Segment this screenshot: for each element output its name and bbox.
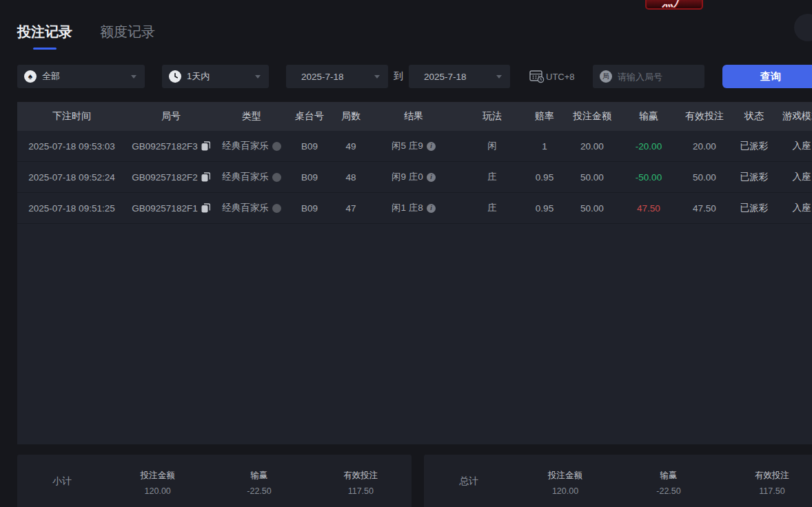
col-valid-bet: 有效投注 bbox=[675, 110, 734, 123]
col-game-mode: 游戏模式 bbox=[774, 110, 812, 123]
valid-bet: 20.00 bbox=[675, 141, 734, 152]
table-header-row: 下注时间 局号 类型 桌台号 局数 结果 玩法 赔率 投注金额 输赢 有效投注 … bbox=[17, 102, 812, 131]
col-bet-time: 下注时间 bbox=[17, 110, 126, 123]
subtotal-valid-bet: 有效投注 117.50 bbox=[310, 455, 412, 496]
game-mode: 入座 bbox=[774, 140, 812, 152]
timezone-label: UTC+8 bbox=[546, 72, 575, 82]
bet-amount: 50.00 bbox=[562, 203, 622, 214]
bet-records-table: 下注时间 局号 类型 桌台号 局数 结果 玩法 赔率 投注金额 输赢 有效投注 … bbox=[17, 102, 812, 444]
round-no: 49 bbox=[332, 141, 370, 152]
spade-icon: ♠ bbox=[24, 70, 37, 83]
game-type-cell: 经典百家乐 bbox=[216, 140, 287, 152]
subtotal-bet-amount: 投注金额 120.00 bbox=[107, 455, 208, 496]
table-no: B09 bbox=[287, 141, 332, 152]
odds: 1 bbox=[527, 141, 562, 152]
win-loss: 47.50 bbox=[622, 203, 675, 214]
info-icon[interactable]: i bbox=[427, 142, 436, 151]
chevron-down-icon bbox=[131, 75, 136, 79]
game-type: 经典百家乐 bbox=[222, 171, 269, 183]
subtotal-label: 小计 bbox=[17, 455, 107, 488]
copy-icon[interactable] bbox=[201, 203, 210, 213]
game-type-badge-icon[interactable] bbox=[272, 204, 281, 213]
col-play: 玩法 bbox=[457, 110, 527, 123]
total-win-loss: 输赢 -22.50 bbox=[617, 455, 720, 496]
game-type-value: 全部 bbox=[42, 70, 60, 83]
table-row: 2025-07-18 09:53:03 GB09257182F3 经典百家乐 B… bbox=[17, 131, 812, 162]
calendar-clock-icon bbox=[529, 70, 545, 83]
result: 闲9 庄0 bbox=[392, 171, 423, 183]
bet-time: 2025-07-18 09:53:03 bbox=[17, 141, 126, 152]
col-odds: 赔率 bbox=[527, 110, 562, 123]
table-row: 2025-07-18 09:51:25 GB09257182F1 经典百家乐 B… bbox=[17, 193, 812, 224]
copy-icon[interactable] bbox=[201, 141, 210, 151]
result-cell: 闲5 庄9 i bbox=[370, 140, 457, 152]
status: 已派彩 bbox=[734, 202, 774, 214]
brand-logo: 灬厂 bbox=[645, 0, 703, 10]
round-id-cell: GB09257182F3 bbox=[126, 141, 216, 152]
col-table-no: 桌台号 bbox=[287, 110, 332, 123]
clock-icon bbox=[169, 70, 181, 83]
round-no: 48 bbox=[332, 172, 370, 183]
time-range-dropdown[interactable]: 1天内 bbox=[162, 65, 269, 88]
copy-icon[interactable] bbox=[201, 172, 210, 182]
round-no: 47 bbox=[332, 203, 370, 214]
valid-bet: 50.00 bbox=[675, 172, 734, 183]
edge-widget-circle[interactable] bbox=[794, 14, 812, 41]
game-type-cell: 经典百家乐 bbox=[216, 202, 287, 214]
game-type: 经典百家乐 bbox=[222, 140, 269, 152]
bet-time: 2025-07-18 09:51:25 bbox=[17, 203, 126, 214]
tab-bet-records[interactable]: 投注记录 bbox=[17, 23, 72, 50]
status: 已派彩 bbox=[734, 171, 774, 183]
table-no: B09 bbox=[287, 203, 332, 214]
game-type-badge-icon[interactable] bbox=[272, 173, 281, 182]
round-id-input[interactable] bbox=[618, 72, 693, 82]
tab-bar: 投注记录 额度记录 bbox=[17, 23, 155, 50]
round-id: GB09257182F2 bbox=[132, 172, 197, 183]
col-type: 类型 bbox=[216, 110, 287, 123]
chevron-down-icon bbox=[496, 75, 502, 79]
game-type-dropdown[interactable]: ♠ 全部 bbox=[17, 65, 145, 88]
col-round-no: 局数 bbox=[332, 110, 370, 123]
game-mode: 入座 bbox=[774, 171, 812, 183]
game-type-badge-icon[interactable] bbox=[272, 142, 281, 151]
date-from-value: 2025-7-18 bbox=[293, 72, 344, 82]
play: 庄 bbox=[457, 202, 527, 214]
result: 闲5 庄9 bbox=[392, 140, 423, 152]
info-icon[interactable]: i bbox=[427, 204, 436, 213]
win-loss: -20.00 bbox=[622, 141, 675, 152]
filter-bar: ♠ 全部 1天内 2025-7-18 到 2025-7-18 bbox=[0, 65, 812, 88]
col-status: 状态 bbox=[734, 110, 774, 123]
col-result: 结果 bbox=[370, 110, 457, 123]
round-id-search-box: 局 bbox=[593, 65, 704, 88]
odds: 0.95 bbox=[527, 172, 562, 183]
bet-amount: 50.00 bbox=[562, 172, 622, 183]
date-to-picker[interactable]: 2025-7-18 bbox=[409, 65, 510, 88]
result-cell: 闲9 庄0 i bbox=[370, 171, 457, 183]
info-icon[interactable]: i bbox=[427, 173, 436, 182]
col-bet-amount: 投注金额 bbox=[562, 110, 622, 123]
table-row: 2025-07-18 09:52:24 GB09257182F2 经典百家乐 B… bbox=[17, 162, 812, 193]
active-tab-underline bbox=[33, 48, 57, 50]
col-win-loss: 输赢 bbox=[622, 110, 675, 123]
game-mode: 入座 bbox=[774, 202, 812, 214]
date-from-picker[interactable]: 2025-7-18 bbox=[286, 65, 388, 88]
status: 已派彩 bbox=[734, 140, 774, 152]
chevron-down-icon bbox=[255, 75, 261, 79]
play: 闲 bbox=[457, 140, 527, 152]
timezone-indicator: UTC+8 bbox=[529, 70, 575, 83]
total-panel: 总计 投注金额 120.00 输赢 -22.50 有效投注 117.50 bbox=[424, 455, 812, 507]
round-id: GB09257182F3 bbox=[132, 141, 197, 152]
query-button[interactable]: 查询 bbox=[722, 65, 812, 88]
chevron-down-icon bbox=[374, 75, 380, 79]
time-range-value: 1天内 bbox=[187, 70, 210, 83]
round-id-cell: GB09257182F1 bbox=[126, 203, 216, 214]
tab-quota-records[interactable]: 额度记录 bbox=[100, 23, 155, 50]
play: 庄 bbox=[457, 171, 527, 183]
win-loss: -50.00 bbox=[622, 172, 675, 183]
game-type-cell: 经典百家乐 bbox=[216, 171, 287, 183]
total-valid-bet: 有效投注 117.50 bbox=[720, 455, 812, 496]
result: 闲1 庄8 bbox=[392, 202, 423, 214]
table-no: B09 bbox=[287, 172, 332, 183]
subtotal-win-loss: 输赢 -22.50 bbox=[208, 455, 309, 496]
total-label: 总计 bbox=[424, 455, 514, 488]
